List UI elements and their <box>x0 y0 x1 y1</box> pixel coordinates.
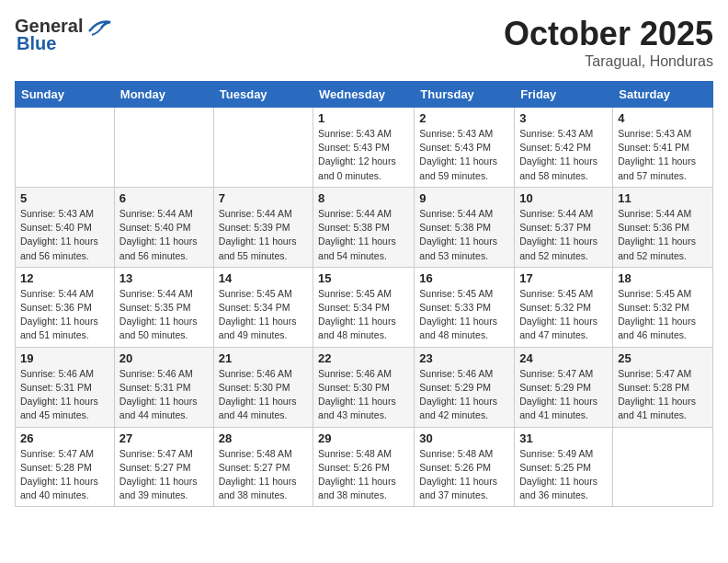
calendar-cell: 18Sunrise: 5:45 AM Sunset: 5:32 PM Dayli… <box>613 267 713 347</box>
day-number: 29 <box>318 431 409 445</box>
day-info: Sunrise: 5:46 AM Sunset: 5:31 PM Dayligh… <box>20 367 109 423</box>
day-number: 31 <box>519 431 608 445</box>
week-row-2: 5Sunrise: 5:43 AM Sunset: 5:40 PM Daylig… <box>16 187 713 267</box>
calendar-cell: 20Sunrise: 5:46 AM Sunset: 5:31 PM Dayli… <box>114 347 213 427</box>
calendar-cell: 29Sunrise: 5:48 AM Sunset: 5:26 PM Dayli… <box>313 427 415 507</box>
week-row-1: 1Sunrise: 5:43 AM Sunset: 5:43 PM Daylig… <box>16 108 713 188</box>
calendar-cell: 13Sunrise: 5:44 AM Sunset: 5:35 PM Dayli… <box>114 267 213 347</box>
calendar-cell: 31Sunrise: 5:49 AM Sunset: 5:25 PM Dayli… <box>515 427 613 507</box>
col-saturday: Saturday <box>613 82 713 108</box>
calendar-cell: 4Sunrise: 5:43 AM Sunset: 5:41 PM Daylig… <box>613 108 713 188</box>
day-info: Sunrise: 5:46 AM Sunset: 5:30 PM Dayligh… <box>219 367 308 423</box>
title-area: October 2025 Taragual, Honduras <box>504 15 713 70</box>
calendar-cell: 25Sunrise: 5:47 AM Sunset: 5:28 PM Dayli… <box>613 347 713 427</box>
day-info: Sunrise: 5:44 AM Sunset: 5:38 PM Dayligh… <box>318 207 409 263</box>
calendar-cell: 14Sunrise: 5:45 AM Sunset: 5:34 PM Dayli… <box>213 267 313 347</box>
day-number: 27 <box>119 431 209 445</box>
day-number: 1 <box>318 111 409 125</box>
day-number: 16 <box>419 271 509 285</box>
day-number: 8 <box>318 191 409 205</box>
day-number: 7 <box>219 191 308 205</box>
day-number: 4 <box>618 111 708 125</box>
day-number: 11 <box>618 191 708 205</box>
day-number: 17 <box>519 271 608 285</box>
day-info: Sunrise: 5:47 AM Sunset: 5:27 PM Dayligh… <box>119 447 209 503</box>
day-number: 23 <box>419 351 509 365</box>
day-info: Sunrise: 5:48 AM Sunset: 5:26 PM Dayligh… <box>318 447 409 503</box>
day-number: 3 <box>519 111 608 125</box>
calendar-cell: 10Sunrise: 5:44 AM Sunset: 5:37 PM Dayli… <box>515 187 613 267</box>
day-info: Sunrise: 5:46 AM Sunset: 5:29 PM Dayligh… <box>419 367 509 423</box>
day-info: Sunrise: 5:46 AM Sunset: 5:30 PM Dayligh… <box>318 367 409 423</box>
calendar-cell: 17Sunrise: 5:45 AM Sunset: 5:32 PM Dayli… <box>515 267 613 347</box>
day-number: 9 <box>419 191 509 205</box>
logo-blue-text: Blue <box>17 33 56 54</box>
week-row-4: 19Sunrise: 5:46 AM Sunset: 5:31 PM Dayli… <box>16 347 713 427</box>
col-monday: Monday <box>114 82 213 108</box>
day-info: Sunrise: 5:44 AM Sunset: 5:39 PM Dayligh… <box>219 207 308 263</box>
calendar-cell: 11Sunrise: 5:44 AM Sunset: 5:36 PM Dayli… <box>613 187 713 267</box>
day-info: Sunrise: 5:45 AM Sunset: 5:34 PM Dayligh… <box>219 287 308 343</box>
day-number: 19 <box>20 351 109 365</box>
calendar-cell: 1Sunrise: 5:43 AM Sunset: 5:43 PM Daylig… <box>313 108 415 188</box>
day-number: 14 <box>219 271 308 285</box>
calendar-header-row: Sunday Monday Tuesday Wednesday Thursday… <box>16 82 713 108</box>
day-number: 28 <box>219 431 308 445</box>
calendar-cell: 12Sunrise: 5:44 AM Sunset: 5:36 PM Dayli… <box>16 267 115 347</box>
calendar-cell: 21Sunrise: 5:46 AM Sunset: 5:30 PM Dayli… <box>213 347 313 427</box>
day-info: Sunrise: 5:47 AM Sunset: 5:28 PM Dayligh… <box>618 367 708 423</box>
day-number: 6 <box>119 191 209 205</box>
day-info: Sunrise: 5:47 AM Sunset: 5:28 PM Dayligh… <box>20 447 109 503</box>
week-row-5: 26Sunrise: 5:47 AM Sunset: 5:28 PM Dayli… <box>16 427 713 507</box>
calendar-cell: 7Sunrise: 5:44 AM Sunset: 5:39 PM Daylig… <box>213 187 313 267</box>
calendar-cell <box>16 108 115 188</box>
day-info: Sunrise: 5:43 AM Sunset: 5:43 PM Dayligh… <box>318 127 409 183</box>
calendar-cell: 5Sunrise: 5:43 AM Sunset: 5:40 PM Daylig… <box>16 187 115 267</box>
day-info: Sunrise: 5:45 AM Sunset: 5:34 PM Dayligh… <box>318 287 409 343</box>
calendar-cell <box>213 108 313 188</box>
day-number: 24 <box>519 351 608 365</box>
day-info: Sunrise: 5:44 AM Sunset: 5:37 PM Dayligh… <box>519 207 608 263</box>
logo: General Blue <box>15 15 112 54</box>
day-number: 20 <box>119 351 209 365</box>
day-number: 30 <box>419 431 509 445</box>
day-info: Sunrise: 5:48 AM Sunset: 5:26 PM Dayligh… <box>419 447 509 503</box>
day-info: Sunrise: 5:47 AM Sunset: 5:29 PM Dayligh… <box>519 367 608 423</box>
calendar-cell: 27Sunrise: 5:47 AM Sunset: 5:27 PM Dayli… <box>114 427 213 507</box>
calendar-cell: 19Sunrise: 5:46 AM Sunset: 5:31 PM Dayli… <box>16 347 115 427</box>
calendar-cell: 30Sunrise: 5:48 AM Sunset: 5:26 PM Dayli… <box>415 427 515 507</box>
day-info: Sunrise: 5:44 AM Sunset: 5:40 PM Dayligh… <box>119 207 209 263</box>
day-info: Sunrise: 5:45 AM Sunset: 5:32 PM Dayligh… <box>618 287 708 343</box>
calendar-cell: 3Sunrise: 5:43 AM Sunset: 5:42 PM Daylig… <box>515 108 613 188</box>
day-info: Sunrise: 5:45 AM Sunset: 5:32 PM Dayligh… <box>519 287 608 343</box>
location-title: Taragual, Honduras <box>504 53 713 70</box>
page: General Blue October 2025 Taragual, Hond… <box>0 0 728 522</box>
day-number: 25 <box>618 351 708 365</box>
day-info: Sunrise: 5:45 AM Sunset: 5:33 PM Dayligh… <box>419 287 509 343</box>
day-info: Sunrise: 5:49 AM Sunset: 5:25 PM Dayligh… <box>519 447 608 503</box>
col-thursday: Thursday <box>415 82 515 108</box>
day-number: 22 <box>318 351 409 365</box>
day-info: Sunrise: 5:48 AM Sunset: 5:27 PM Dayligh… <box>219 447 308 503</box>
calendar-cell: 8Sunrise: 5:44 AM Sunset: 5:38 PM Daylig… <box>313 187 415 267</box>
day-info: Sunrise: 5:44 AM Sunset: 5:36 PM Dayligh… <box>20 287 109 343</box>
header: General Blue October 2025 Taragual, Hond… <box>15 15 713 70</box>
calendar-cell: 24Sunrise: 5:47 AM Sunset: 5:29 PM Dayli… <box>515 347 613 427</box>
day-number: 15 <box>318 271 409 285</box>
day-number: 2 <box>419 111 509 125</box>
day-info: Sunrise: 5:43 AM Sunset: 5:41 PM Dayligh… <box>618 127 708 183</box>
calendar-cell: 6Sunrise: 5:44 AM Sunset: 5:40 PM Daylig… <box>114 187 213 267</box>
calendar-cell: 23Sunrise: 5:46 AM Sunset: 5:29 PM Dayli… <box>415 347 515 427</box>
calendar-cell: 2Sunrise: 5:43 AM Sunset: 5:43 PM Daylig… <box>415 108 515 188</box>
day-info: Sunrise: 5:44 AM Sunset: 5:38 PM Dayligh… <box>419 207 509 263</box>
calendar-cell: 9Sunrise: 5:44 AM Sunset: 5:38 PM Daylig… <box>415 187 515 267</box>
calendar-cell: 28Sunrise: 5:48 AM Sunset: 5:27 PM Dayli… <box>213 427 313 507</box>
day-info: Sunrise: 5:43 AM Sunset: 5:42 PM Dayligh… <box>519 127 608 183</box>
day-info: Sunrise: 5:43 AM Sunset: 5:43 PM Dayligh… <box>419 127 509 183</box>
day-number: 13 <box>119 271 209 285</box>
day-info: Sunrise: 5:46 AM Sunset: 5:31 PM Dayligh… <box>119 367 209 423</box>
day-number: 18 <box>618 271 708 285</box>
calendar-cell: 26Sunrise: 5:47 AM Sunset: 5:28 PM Dayli… <box>16 427 115 507</box>
day-number: 21 <box>219 351 308 365</box>
col-sunday: Sunday <box>16 82 115 108</box>
